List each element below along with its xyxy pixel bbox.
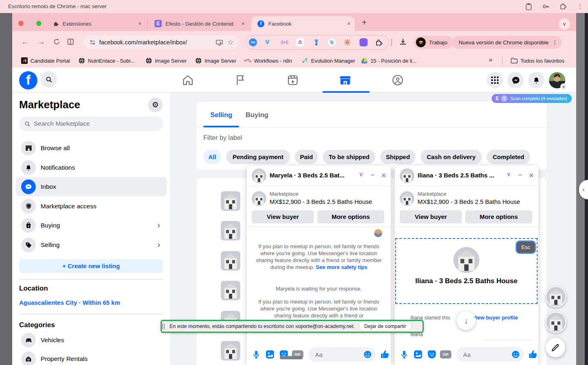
message-input-pill[interactable]: [308, 347, 376, 362]
filter-chip-pending-payment[interactable]: Pending payment: [226, 150, 290, 164]
chat-header[interactable]: Maryela · 3 Beds 2.5 Bat... ∨ – ×: [247, 166, 391, 186]
chat-chevron-icon[interactable]: ∨: [359, 171, 363, 177]
chat-close-icon[interactable]: ×: [381, 171, 386, 180]
waves-extension-icon[interactable]: [328, 38, 336, 46]
filter-chip-to-be-shipped[interactable]: To be shipped: [323, 150, 375, 164]
bookmark-image-server-2[interactable]: Image Server: [195, 54, 236, 68]
filter-chip-shipped[interactable]: Shipped: [380, 150, 416, 164]
bookmark-candidate-portal[interactable]: Candidate Portal: [21, 54, 70, 68]
bookmark-posicion[interactable]: 15 - Posición de li...: [361, 54, 416, 68]
key-icon[interactable]: [542, 2, 550, 11]
close-tab-icon[interactable]: ×: [237, 20, 249, 27]
buyer-profile-avatar[interactable]: [453, 247, 479, 273]
bookmark-image-server-1[interactable]: Image Server: [146, 54, 187, 68]
nav-watch-tab[interactable]: [287, 74, 299, 86]
apps-menu-button[interactable]: [487, 72, 503, 88]
sidebar-item-buying[interactable]: Buying ›: [16, 216, 167, 235]
sidebar-item-selling[interactable]: Selling ›: [16, 235, 167, 254]
all-bookmarks-folder[interactable]: Todos los favoritos: [511, 54, 564, 68]
tab-buying[interactable]: Buying: [246, 111, 268, 119]
more-options-button[interactable]: More options: [465, 210, 532, 223]
reload-button[interactable]: [53, 38, 61, 46]
marketplace-search[interactable]: [19, 116, 163, 131]
fb-search-button[interactable]: [41, 71, 57, 87]
tab-facebook-active[interactable]: f Facebook ×: [251, 16, 355, 31]
conversation-thumbnail[interactable]: [221, 221, 240, 240]
extension-icon[interactable]: [559, 2, 567, 11]
nav-pages-tab[interactable]: [234, 74, 246, 86]
bookmarks-overflow-chevron[interactable]: »: [489, 56, 492, 63]
filter-chip-paid[interactable]: Paid: [295, 150, 318, 164]
zoom-window-button[interactable]: [36, 21, 41, 26]
chat-header[interactable]: Iliana · 3 Beds 2.5 Baths ... ∨ – ×: [395, 166, 538, 186]
category-property-rentals[interactable]: $ Property Rentals: [16, 349, 167, 365]
profile-chip[interactable]: Trabajo: [414, 36, 453, 49]
view-buyer-button[interactable]: View buyer: [252, 210, 314, 223]
emoji-icon[interactable]: [364, 350, 372, 358]
image-icon[interactable]: [266, 350, 274, 358]
send-to-device-icon[interactable]: [216, 39, 223, 46]
downloads-icon[interactable]: [399, 37, 407, 46]
stop-sharing-button[interactable]: Dejar de compartir: [359, 322, 412, 331]
message-input-pill[interactable]: [456, 347, 524, 362]
close-tab-icon[interactable]: ×: [343, 20, 355, 27]
chat-title[interactable]: Iliana · 3 Beds 2.5 Baths ...: [418, 172, 494, 179]
mic-icon[interactable]: [401, 350, 408, 358]
category-vehicles[interactable]: Vehicles: [16, 330, 167, 350]
facebook-logo[interactable]: f: [19, 71, 37, 90]
remote-menu-icon[interactable]: ⋮: [577, 3, 583, 10]
starburst-extension-icon[interactable]: [343, 38, 351, 46]
clickup-extension-icon[interactable]: [296, 38, 304, 46]
view-buyer-button[interactable]: View buyer: [400, 210, 462, 223]
conversation-thumbnail[interactable]: [221, 281, 240, 300]
filter-chip-all[interactable]: All: [203, 150, 221, 164]
zoom-extension-icon[interactable]: zm: [249, 38, 257, 46]
split-view-icon[interactable]: [67, 38, 74, 46]
tab-selling[interactable]: Selling: [210, 111, 232, 119]
sidebar-item-browse-all[interactable]: Browse all: [16, 138, 167, 157]
chat-close-icon[interactable]: ×: [529, 171, 534, 180]
broadcast-extension-icon[interactable]: [281, 38, 289, 46]
nav-marketplace-tab-active[interactable]: [339, 74, 351, 86]
bookmark-n8n[interactable]: Workflows - n8n: [244, 54, 292, 68]
purple-extension-icon[interactable]: [359, 38, 368, 46]
pen-extension-icon[interactable]: [312, 38, 320, 46]
thumbs-up-icon[interactable]: [528, 350, 538, 359]
gif-icon[interactable]: GIF: [440, 350, 451, 358]
more-options-button[interactable]: More options: [317, 210, 384, 223]
conversation-thumbnail[interactable]: [221, 251, 240, 271]
update-menu-icon[interactable]: ⋮: [552, 39, 558, 46]
forward-button[interactable]: →: [37, 37, 45, 46]
chat-minimize-icon[interactable]: –: [371, 171, 375, 179]
tab-list-chevron-button[interactable]: ∨: [559, 18, 570, 30]
image-icon[interactable]: [414, 350, 422, 358]
message-input[interactable]: [463, 351, 504, 358]
close-tab-icon[interactable]: ×: [134, 20, 146, 27]
sidebar-item-notifications[interactable]: Notifications: [16, 158, 167, 177]
scroll-to-bottom-button[interactable]: ↓: [457, 311, 475, 330]
thumbs-up-icon[interactable]: [380, 350, 390, 359]
chat-head-bubble[interactable]: [545, 286, 566, 307]
notifications-button[interactable]: [528, 72, 544, 88]
banner-drag-handle[interactable]: [164, 323, 165, 329]
messenger-button[interactable]: [507, 72, 524, 88]
chat-minimize-icon[interactable]: –: [518, 171, 522, 179]
safety-tips-link[interactable]: See more safety tips: [316, 264, 367, 270]
message-input[interactable]: [315, 351, 356, 358]
close-window-button[interactable]: [18, 21, 24, 26]
tab-efesto[interactable]: E Efesto - Gestión de Contenid ×: [150, 16, 249, 31]
nav-groups-tab[interactable]: [392, 74, 404, 86]
vimeo-extension-icon[interactable]: v: [265, 37, 270, 46]
mic-icon[interactable]: [253, 350, 260, 358]
bookmark-evolution-manager[interactable]: Evolution Manager: [302, 54, 355, 68]
conversation-thumbnail[interactable]: [221, 191, 240, 211]
extensions-puzzle-icon[interactable]: [375, 38, 383, 46]
chat-head-bubble[interactable]: [545, 312, 566, 333]
new-tab-button[interactable]: +: [362, 18, 367, 27]
minimize-window-button[interactable]: [27, 21, 33, 26]
address-bar[interactable]: facebook.com/marketplace/inbox/ ☆: [83, 35, 239, 49]
sticker-icon[interactable]: [428, 350, 436, 358]
sidebar-item-inbox[interactable]: Inbox: [16, 177, 167, 196]
chrome-update-chip[interactable]: Nueva versión de Chrome disponible ⋮: [452, 36, 562, 49]
back-button[interactable]: ←: [21, 37, 29, 46]
